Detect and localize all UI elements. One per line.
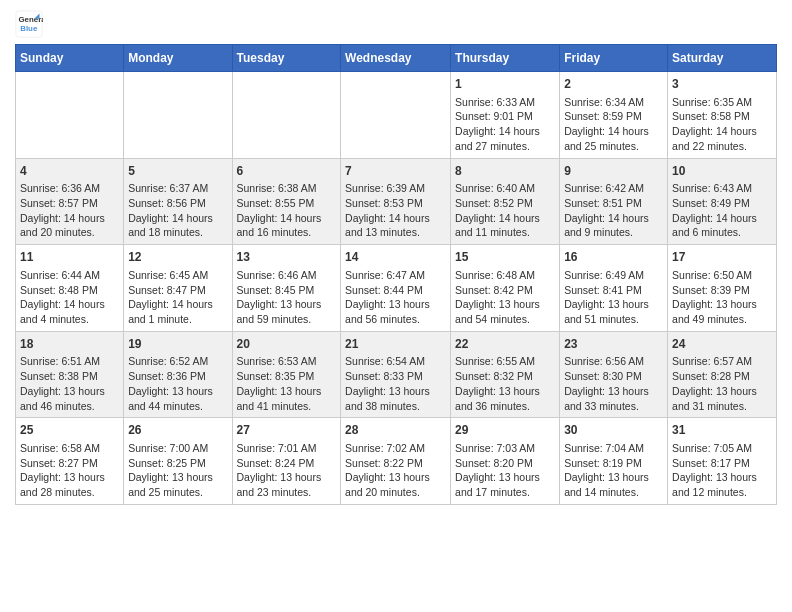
day-number: 1 bbox=[455, 76, 555, 93]
calendar-cell: 19Sunrise: 6:52 AM Sunset: 8:36 PM Dayli… bbox=[124, 331, 232, 418]
calendar-cell: 7Sunrise: 6:39 AM Sunset: 8:53 PM Daylig… bbox=[341, 158, 451, 245]
calendar-cell: 25Sunrise: 6:58 AM Sunset: 8:27 PM Dayli… bbox=[16, 418, 124, 505]
day-number: 29 bbox=[455, 422, 555, 439]
col-header-sunday: Sunday bbox=[16, 45, 124, 72]
calendar-cell: 20Sunrise: 6:53 AM Sunset: 8:35 PM Dayli… bbox=[232, 331, 341, 418]
col-header-wednesday: Wednesday bbox=[341, 45, 451, 72]
calendar-cell: 4Sunrise: 6:36 AM Sunset: 8:57 PM Daylig… bbox=[16, 158, 124, 245]
calendar-cell: 6Sunrise: 6:38 AM Sunset: 8:55 PM Daylig… bbox=[232, 158, 341, 245]
day-info: Sunrise: 6:54 AM Sunset: 8:33 PM Dayligh… bbox=[345, 354, 446, 413]
calendar-cell: 8Sunrise: 6:40 AM Sunset: 8:52 PM Daylig… bbox=[451, 158, 560, 245]
day-number: 30 bbox=[564, 422, 663, 439]
day-info: Sunrise: 7:01 AM Sunset: 8:24 PM Dayligh… bbox=[237, 441, 337, 500]
day-info: Sunrise: 6:34 AM Sunset: 8:59 PM Dayligh… bbox=[564, 95, 663, 154]
col-header-monday: Monday bbox=[124, 45, 232, 72]
day-number: 24 bbox=[672, 336, 772, 353]
calendar-cell: 30Sunrise: 7:04 AM Sunset: 8:19 PM Dayli… bbox=[560, 418, 668, 505]
day-info: Sunrise: 6:55 AM Sunset: 8:32 PM Dayligh… bbox=[455, 354, 555, 413]
day-info: Sunrise: 6:52 AM Sunset: 8:36 PM Dayligh… bbox=[128, 354, 227, 413]
calendar-cell: 2Sunrise: 6:34 AM Sunset: 8:59 PM Daylig… bbox=[560, 72, 668, 159]
day-number: 9 bbox=[564, 163, 663, 180]
calendar-cell: 16Sunrise: 6:49 AM Sunset: 8:41 PM Dayli… bbox=[560, 245, 668, 332]
day-info: Sunrise: 6:43 AM Sunset: 8:49 PM Dayligh… bbox=[672, 181, 772, 240]
day-number: 18 bbox=[20, 336, 119, 353]
calendar-cell: 23Sunrise: 6:56 AM Sunset: 8:30 PM Dayli… bbox=[560, 331, 668, 418]
day-info: Sunrise: 6:42 AM Sunset: 8:51 PM Dayligh… bbox=[564, 181, 663, 240]
page-header: General Blue bbox=[15, 10, 777, 38]
col-header-friday: Friday bbox=[560, 45, 668, 72]
col-header-thursday: Thursday bbox=[451, 45, 560, 72]
calendar-cell: 29Sunrise: 7:03 AM Sunset: 8:20 PM Dayli… bbox=[451, 418, 560, 505]
calendar-cell: 13Sunrise: 6:46 AM Sunset: 8:45 PM Dayli… bbox=[232, 245, 341, 332]
day-info: Sunrise: 6:48 AM Sunset: 8:42 PM Dayligh… bbox=[455, 268, 555, 327]
day-number: 8 bbox=[455, 163, 555, 180]
day-info: Sunrise: 6:53 AM Sunset: 8:35 PM Dayligh… bbox=[237, 354, 337, 413]
day-number: 19 bbox=[128, 336, 227, 353]
calendar-cell: 21Sunrise: 6:54 AM Sunset: 8:33 PM Dayli… bbox=[341, 331, 451, 418]
calendar-cell: 17Sunrise: 6:50 AM Sunset: 8:39 PM Dayli… bbox=[668, 245, 777, 332]
day-info: Sunrise: 6:45 AM Sunset: 8:47 PM Dayligh… bbox=[128, 268, 227, 327]
day-info: Sunrise: 6:57 AM Sunset: 8:28 PM Dayligh… bbox=[672, 354, 772, 413]
day-info: Sunrise: 6:39 AM Sunset: 8:53 PM Dayligh… bbox=[345, 181, 446, 240]
day-number: 6 bbox=[237, 163, 337, 180]
calendar-cell bbox=[341, 72, 451, 159]
col-header-saturday: Saturday bbox=[668, 45, 777, 72]
day-number: 2 bbox=[564, 76, 663, 93]
day-number: 22 bbox=[455, 336, 555, 353]
day-info: Sunrise: 6:47 AM Sunset: 8:44 PM Dayligh… bbox=[345, 268, 446, 327]
day-number: 3 bbox=[672, 76, 772, 93]
calendar-week-1: 4Sunrise: 6:36 AM Sunset: 8:57 PM Daylig… bbox=[16, 158, 777, 245]
day-number: 13 bbox=[237, 249, 337, 266]
day-number: 31 bbox=[672, 422, 772, 439]
calendar-cell: 31Sunrise: 7:05 AM Sunset: 8:17 PM Dayli… bbox=[668, 418, 777, 505]
day-info: Sunrise: 7:03 AM Sunset: 8:20 PM Dayligh… bbox=[455, 441, 555, 500]
day-number: 5 bbox=[128, 163, 227, 180]
calendar-cell: 12Sunrise: 6:45 AM Sunset: 8:47 PM Dayli… bbox=[124, 245, 232, 332]
day-info: Sunrise: 6:50 AM Sunset: 8:39 PM Dayligh… bbox=[672, 268, 772, 327]
day-number: 20 bbox=[237, 336, 337, 353]
calendar-cell: 10Sunrise: 6:43 AM Sunset: 8:49 PM Dayli… bbox=[668, 158, 777, 245]
day-info: Sunrise: 6:44 AM Sunset: 8:48 PM Dayligh… bbox=[20, 268, 119, 327]
day-info: Sunrise: 6:49 AM Sunset: 8:41 PM Dayligh… bbox=[564, 268, 663, 327]
calendar-cell: 26Sunrise: 7:00 AM Sunset: 8:25 PM Dayli… bbox=[124, 418, 232, 505]
day-info: Sunrise: 6:35 AM Sunset: 8:58 PM Dayligh… bbox=[672, 95, 772, 154]
calendar-cell: 9Sunrise: 6:42 AM Sunset: 8:51 PM Daylig… bbox=[560, 158, 668, 245]
day-number: 17 bbox=[672, 249, 772, 266]
day-info: Sunrise: 7:04 AM Sunset: 8:19 PM Dayligh… bbox=[564, 441, 663, 500]
day-info: Sunrise: 7:05 AM Sunset: 8:17 PM Dayligh… bbox=[672, 441, 772, 500]
day-info: Sunrise: 6:36 AM Sunset: 8:57 PM Dayligh… bbox=[20, 181, 119, 240]
day-number: 25 bbox=[20, 422, 119, 439]
day-info: Sunrise: 6:38 AM Sunset: 8:55 PM Dayligh… bbox=[237, 181, 337, 240]
col-header-tuesday: Tuesday bbox=[232, 45, 341, 72]
calendar-cell: 22Sunrise: 6:55 AM Sunset: 8:32 PM Dayli… bbox=[451, 331, 560, 418]
day-info: Sunrise: 6:46 AM Sunset: 8:45 PM Dayligh… bbox=[237, 268, 337, 327]
calendar-cell bbox=[16, 72, 124, 159]
day-info: Sunrise: 6:33 AM Sunset: 9:01 PM Dayligh… bbox=[455, 95, 555, 154]
day-info: Sunrise: 6:40 AM Sunset: 8:52 PM Dayligh… bbox=[455, 181, 555, 240]
calendar-cell: 11Sunrise: 6:44 AM Sunset: 8:48 PM Dayli… bbox=[16, 245, 124, 332]
calendar-week-2: 11Sunrise: 6:44 AM Sunset: 8:48 PM Dayli… bbox=[16, 245, 777, 332]
day-info: Sunrise: 6:51 AM Sunset: 8:38 PM Dayligh… bbox=[20, 354, 119, 413]
calendar-cell bbox=[232, 72, 341, 159]
calendar-header-row: SundayMondayTuesdayWednesdayThursdayFrid… bbox=[16, 45, 777, 72]
svg-text:Blue: Blue bbox=[20, 24, 38, 33]
calendar-cell: 18Sunrise: 6:51 AM Sunset: 8:38 PM Dayli… bbox=[16, 331, 124, 418]
calendar-cell: 3Sunrise: 6:35 AM Sunset: 8:58 PM Daylig… bbox=[668, 72, 777, 159]
day-info: Sunrise: 7:00 AM Sunset: 8:25 PM Dayligh… bbox=[128, 441, 227, 500]
day-info: Sunrise: 6:58 AM Sunset: 8:27 PM Dayligh… bbox=[20, 441, 119, 500]
calendar-cell: 1Sunrise: 6:33 AM Sunset: 9:01 PM Daylig… bbox=[451, 72, 560, 159]
calendar-week-3: 18Sunrise: 6:51 AM Sunset: 8:38 PM Dayli… bbox=[16, 331, 777, 418]
calendar-week-0: 1Sunrise: 6:33 AM Sunset: 9:01 PM Daylig… bbox=[16, 72, 777, 159]
day-number: 26 bbox=[128, 422, 227, 439]
calendar-cell: 27Sunrise: 7:01 AM Sunset: 8:24 PM Dayli… bbox=[232, 418, 341, 505]
day-info: Sunrise: 6:56 AM Sunset: 8:30 PM Dayligh… bbox=[564, 354, 663, 413]
calendar-table: SundayMondayTuesdayWednesdayThursdayFrid… bbox=[15, 44, 777, 505]
day-number: 4 bbox=[20, 163, 119, 180]
day-number: 14 bbox=[345, 249, 446, 266]
day-number: 27 bbox=[237, 422, 337, 439]
calendar-cell: 5Sunrise: 6:37 AM Sunset: 8:56 PM Daylig… bbox=[124, 158, 232, 245]
day-number: 10 bbox=[672, 163, 772, 180]
day-info: Sunrise: 6:37 AM Sunset: 8:56 PM Dayligh… bbox=[128, 181, 227, 240]
day-info: Sunrise: 7:02 AM Sunset: 8:22 PM Dayligh… bbox=[345, 441, 446, 500]
logo: General Blue bbox=[15, 10, 47, 38]
